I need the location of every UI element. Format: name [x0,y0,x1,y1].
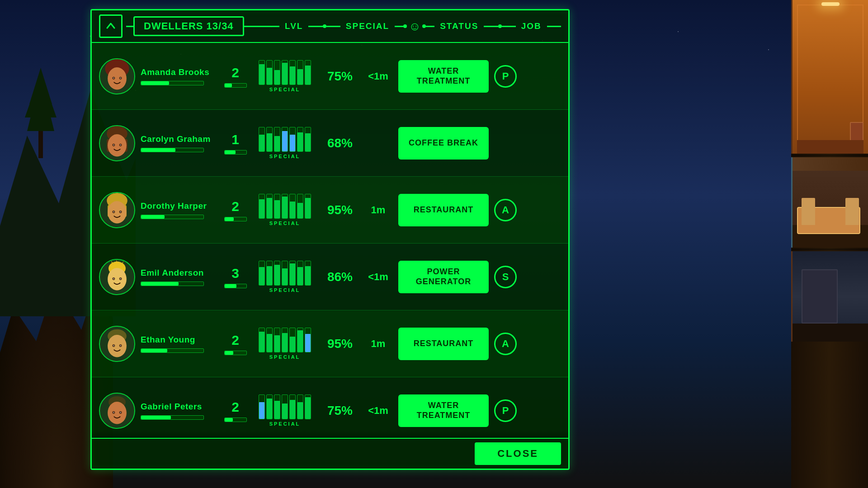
svg-point-42 [120,412,121,413]
xp-bar-fill [141,148,175,152]
avatar[interactable] [99,192,135,228]
perk-badge: A [494,199,517,221]
dweller-row[interactable]: Emil Anderson 3 [92,244,568,310]
happiness-pct: 75% [322,404,358,418]
level-xp-fill [225,351,233,355]
level-xp-bar [224,351,247,355]
special-bar-1 [266,194,273,219]
happiness-col: 75% [322,69,358,84]
avatar[interactable] [99,326,135,362]
level-xp-bar [224,83,247,88]
header-dot-3 [422,24,426,28]
vault-panel-top [791,0,868,154]
special-bar-4 [289,60,296,85]
happiness-pct: 68% [322,136,358,150]
avatar[interactable] [99,393,135,429]
dweller-name: Emil Anderson [141,268,217,278]
header-line-4 [395,26,403,27]
special-bar-3 [282,261,288,286]
vault-right-panels [791,0,868,488]
special-bar-6 [305,194,311,219]
dweller-row[interactable]: Carolyn Graham 1 [92,110,568,177]
avatar[interactable] [99,125,135,161]
svg-point-29 [113,278,114,279]
special-bar-2 [274,328,280,352]
job-button[interactable]: RESTAURANT [398,328,489,360]
panel-header: DWELLERS 13/34 LVL SPECIAL ☺ STATUS JOB [92,10,568,43]
special-bar-2 [274,394,280,419]
special-header-label: SPECIAL [340,21,395,31]
happiness-col: 95% [322,203,358,217]
dweller-info: Dorothy Harper [141,201,217,219]
dwellers-list: Amanda Brooks 2 [92,43,568,438]
sort-button[interactable] [99,14,123,38]
special-bar-5 [297,194,303,219]
header-line-3 [326,26,340,27]
special-bar-6 [305,394,311,419]
xp-bar [141,348,204,353]
special-bar-4 [289,328,296,352]
xp-bar-fill [141,349,167,352]
dweller-info: Ethan Young [141,335,217,353]
special-bars [259,127,311,152]
special-col: SPECIAL [253,394,316,427]
special-label: SPECIAL [269,221,301,226]
dweller-row[interactable]: Gabriel Peters 2 [92,377,568,438]
level-xp-fill [225,217,234,221]
special-bar-0 [259,261,265,286]
special-bars [259,328,311,352]
special-label: SPECIAL [269,87,301,92]
happiness-pct: 95% [322,203,358,217]
dweller-info: Emil Anderson [141,268,217,286]
special-bar-1 [266,261,273,286]
special-bars [259,60,311,85]
svg-point-32 [108,335,127,357]
avatar[interactable] [99,259,135,295]
level-xp-fill [225,84,232,87]
perk-badge: A [494,333,517,355]
close-button[interactable]: CLOSE [475,442,561,465]
xp-bar [141,215,204,219]
dweller-row[interactable]: Ethan Young 2 [92,310,568,377]
level-col: 1 [223,132,248,155]
level-col: 2 [223,399,248,422]
perk-badge: S [494,266,517,288]
special-bar-0 [259,194,265,219]
special-bar-4 [289,194,296,219]
level-xp-bar [224,217,247,221]
special-label: SPECIAL [269,154,301,159]
xp-bar [141,81,204,85]
special-bar-5 [297,261,303,286]
happiness-col: 86% [322,270,358,284]
happiness-pct: 75% [322,69,358,84]
level-num: 2 [231,333,239,348]
svg-point-36 [120,345,121,346]
job-button[interactable]: POWER GENERATOR [398,261,489,293]
xp-bar-fill [141,416,171,419]
header-dot-4 [498,24,502,28]
job-button[interactable]: WATER TREATMENT [398,394,489,427]
special-label: SPECIAL [269,354,301,360]
special-bar-3 [282,127,288,152]
dweller-name: Carolyn Graham [141,134,217,144]
perk-badge: P [494,399,517,422]
level-num: 1 [231,132,239,147]
special-bar-3 [282,394,288,419]
special-bar-0 [259,394,265,419]
dweller-name: Ethan Young [141,335,217,345]
status-header-label: STATUS [434,21,484,31]
dweller-row[interactable]: Amanda Brooks 2 [92,43,568,110]
special-bar-3 [282,60,288,85]
avatar[interactable] [99,58,135,94]
status-time: <1m [363,271,393,283]
job-button[interactable]: RESTAURANT [398,194,489,226]
dweller-row[interactable]: Dorothy Harper 2 [92,177,568,244]
job-button[interactable]: WATER TREATMENT [398,60,489,93]
status-time: <1m [363,405,393,417]
job-button[interactable]: COFFEE BREAK [398,127,489,160]
special-bar-6 [305,261,311,286]
svg-point-26 [108,268,127,290]
special-bar-5 [297,394,303,419]
svg-point-12 [113,144,114,145]
status-time: 1m [363,338,393,350]
